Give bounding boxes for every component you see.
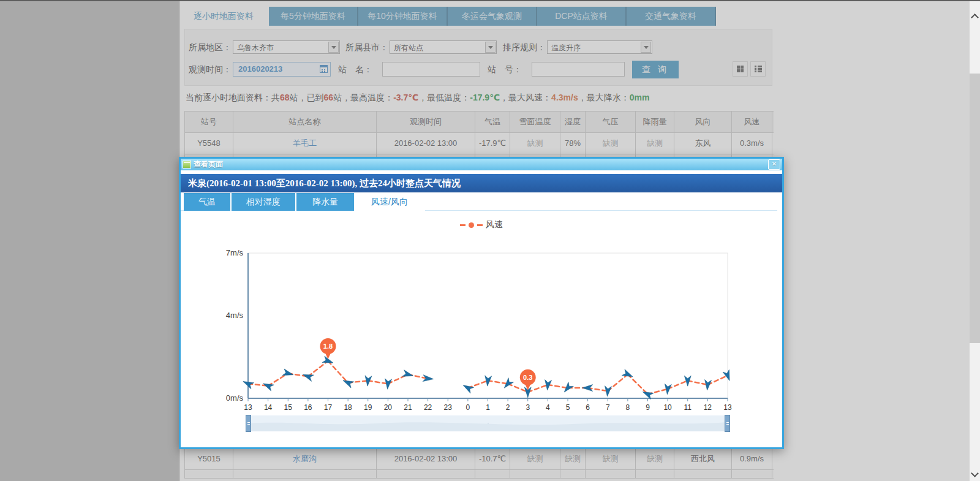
x-tick-label: 19: [364, 403, 372, 412]
datazoom-left-handle[interactable]: [246, 415, 251, 432]
wind-direction-arrow-icon[interactable]: [704, 380, 711, 391]
x-tick-label: 12: [704, 403, 712, 412]
data-point-label: 0.3: [523, 374, 532, 381]
x-tick-label: 21: [404, 403, 412, 412]
modal-tab-wind[interactable]: 风速/风向: [355, 193, 425, 211]
x-tick-label: 15: [284, 403, 293, 412]
wind-direction-arrow-icon[interactable]: [402, 370, 414, 379]
x-tick-label: 10: [663, 403, 672, 412]
tab-label: 气温: [198, 197, 216, 206]
x-tick-label: 13: [244, 403, 252, 412]
x-tick-label: 2: [506, 403, 510, 412]
scrollbar-up-icon[interactable]: [971, 13, 979, 21]
plot-frame: [248, 253, 728, 398]
x-tick-label: 6: [586, 403, 590, 412]
tab-label: 相对湿度: [246, 197, 281, 206]
close-icon[interactable]: ✕: [768, 159, 780, 170]
x-tick-label: 8: [626, 403, 630, 412]
window-top-border: [0, 0, 980, 1]
modal-tab-humidity[interactable]: 相对湿度: [232, 193, 296, 211]
x-tick-label: 3: [526, 403, 530, 412]
wind-series-segment: [368, 381, 388, 384]
x-tick-label: 9: [646, 403, 650, 412]
x-tick-label: 16: [304, 403, 312, 412]
wind-direction-arrow-icon[interactable]: [342, 377, 354, 388]
wind-series-segment: [488, 381, 508, 384]
wind-direction-arrow-icon[interactable]: [461, 382, 473, 393]
legend-dash-icon: [460, 224, 466, 226]
legend-dot-icon: [469, 222, 474, 228]
chart-datazoom-slider[interactable]: [248, 415, 728, 431]
wind-series-segment: [688, 381, 708, 385]
x-tick-label: 0: [466, 403, 470, 412]
datazoom-right-handle[interactable]: [725, 415, 730, 432]
browser-scrollbar[interactable]: [970, 1, 980, 481]
modal-tab-bar: 气温 相对湿度 降水量 风速/风向: [184, 193, 425, 211]
window-icon: [183, 161, 191, 169]
legend-dash-icon: [477, 224, 483, 226]
datazoom-grip-dots: [484, 422, 492, 424]
x-tick-label: 14: [264, 403, 273, 412]
wind-series-segment: [707, 376, 728, 385]
x-tick-label: 11: [684, 403, 692, 412]
x-tick-label: 7: [606, 403, 610, 412]
x-tick-label: 1: [486, 403, 490, 412]
x-tick-label: 20: [384, 403, 393, 412]
scrollbar-down-icon[interactable]: [971, 469, 979, 477]
modal-title: 查看页面: [194, 159, 223, 170]
y-tick-label: 4m/s: [226, 311, 244, 320]
wind-direction-arrow-icon[interactable]: [502, 378, 513, 390]
y-tick-label: 0m/s: [226, 393, 244, 403]
legend-label: 风速: [486, 219, 503, 230]
chart-legend[interactable]: 风速: [181, 219, 782, 230]
wind-series-segment: [308, 361, 328, 376]
x-tick-label: 4: [546, 403, 550, 412]
wind-series-segment: [328, 361, 349, 383]
x-tick-label: 17: [324, 403, 333, 412]
x-tick-label: 22: [424, 403, 432, 412]
x-tick-label: 13: [723, 403, 732, 412]
y-tick-label: 7m/s: [226, 248, 244, 257]
station-detail-modal: 查看页面 ✕ 米泉(2016-02-01 13:00至2016-02-02 13…: [179, 157, 784, 449]
wind-direction-arrow-icon[interactable]: [622, 369, 634, 380]
modal-tab-temperature[interactable]: 气温: [184, 193, 232, 211]
wind-series-segment: [628, 374, 648, 394]
modal-header-band: 米泉(2016-02-01 13:00至2016-02-02 13:00), 过…: [181, 174, 782, 192]
tab-label: 风速/风向: [371, 197, 408, 206]
modal-titlebar[interactable]: 查看页面 ✕: [181, 159, 782, 170]
data-point-label: 1.8: [323, 343, 333, 350]
x-tick-label: 5: [566, 403, 570, 412]
x-tick-label: 23: [444, 403, 453, 412]
wind-speed-chart[interactable]: 0m/s4m/s7m/s1314151617181920212223012345…: [181, 238, 782, 413]
tab-label: 降水量: [312, 197, 338, 206]
wind-series-segment: [548, 385, 568, 388]
x-tick-label: 18: [344, 403, 352, 412]
scrollbar-thumb[interactable]: [970, 74, 980, 343]
modal-tab-precipitation[interactable]: 降水量: [296, 193, 355, 211]
